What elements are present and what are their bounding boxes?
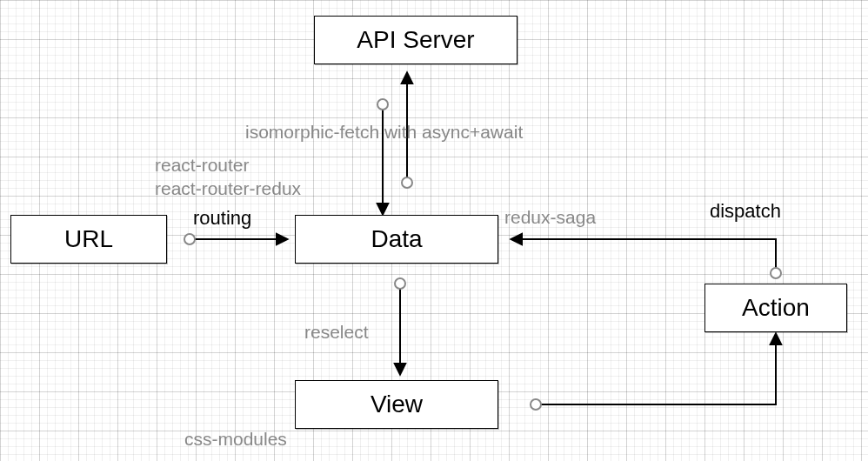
connector-data-to-view	[395, 278, 405, 374]
svg-point-3	[377, 99, 388, 110]
label-react-router-redux: react-router-redux	[155, 178, 301, 199]
label-reselect: reselect	[304, 322, 369, 343]
label-css-modules: css-modules	[184, 429, 287, 450]
svg-point-9	[531, 399, 541, 410]
svg-point-5	[402, 177, 412, 188]
label-routing: routing	[193, 207, 251, 230]
connector-action-to-data	[511, 239, 781, 278]
svg-point-1	[184, 234, 195, 244]
label-dispatch: dispatch	[710, 200, 781, 223]
node-data: Data	[295, 215, 498, 264]
connector-url-to-data	[184, 234, 287, 244]
diagram-canvas: API Server URL Data View Action routing …	[0, 0, 868, 461]
connector-api-to-data	[377, 99, 388, 214]
node-action: Action	[704, 284, 847, 332]
node-url: URL	[10, 215, 167, 264]
label-redux-saga: redux-saga	[504, 207, 596, 228]
node-view: View	[295, 380, 498, 429]
node-api-server: API Server	[314, 16, 517, 64]
connector-view-to-action	[531, 334, 776, 410]
svg-point-8	[771, 268, 781, 278]
label-react-router: react-router	[155, 155, 250, 176]
label-isomorphic-fetch: isomorphic-fetch with async+await	[245, 122, 523, 143]
svg-point-7	[395, 278, 405, 289]
